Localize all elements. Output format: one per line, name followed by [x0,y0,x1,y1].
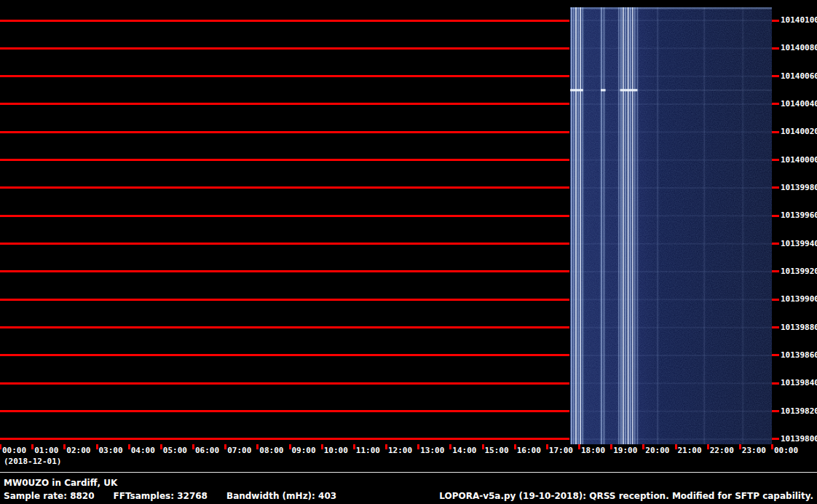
date-label: (2018-12-01) [4,457,61,466]
time-axis-label: 08:00 [259,446,283,455]
time-axis-tick [63,444,66,449]
time-axis-label: 16:00 [517,446,541,455]
footer-divider [0,472,817,473]
time-axis-tick [546,444,548,449]
time-axis-tick [224,444,226,449]
freq-gridline [0,103,569,105]
software-credit: LOPORA-v5a.py (19-10-2018): QRSS recepti… [439,491,813,501]
time-axis-tick [771,444,773,449]
freq-axis-label: 10140000 [781,155,817,165]
freq-axis-tick [772,354,779,356]
freq-axis-tick [772,215,779,217]
time-axis-label: 09:00 [292,446,316,455]
time-axis-label: 01:00 [34,446,58,455]
freq-gridline [0,270,569,272]
time-axis-tick [514,444,516,449]
time-axis-label: 07:00 [227,446,251,455]
time-axis-tick [256,444,258,449]
station-info: MW0UZO in Cardiff, UK [4,478,117,488]
freq-gridline [0,47,569,50]
bandwidth-label: Bandwidth (mHz): 403 [226,491,336,501]
time-axis-label: 12:00 [388,446,412,455]
time-axis-label: 00:00 [2,446,26,455]
freq-axis-label: 10139800 [781,434,817,444]
freq-axis-tick [772,243,779,245]
time-axis-label: 03:00 [99,446,123,455]
freq-axis-tick [772,20,779,22]
freq-gridline [0,75,569,77]
freq-gridline [0,438,569,440]
time-axis-label: 19:00 [613,446,637,455]
qrss-grabber-screen: 1014010010140080101400601014004010140020… [0,0,817,504]
time-axis-label: 20:00 [645,446,669,455]
freq-gridline [0,20,569,22]
freq-axis-tick [772,47,779,50]
time-axis-label: 17:00 [549,446,573,455]
freq-gridline [0,243,569,245]
freq-axis-tick [772,131,779,133]
freq-axis-label: 10140100 [781,15,817,25]
sample-rate-label: Sample rate: 8820 [4,491,95,501]
time-axis-label: 22:00 [710,446,734,455]
time-axis-tick [578,444,580,449]
freq-axis-tick [772,186,779,189]
capture-settings: Sample rate: 8820FFTsamples: 32768Bandwi… [4,491,355,501]
freq-axis-tick [772,410,779,412]
freq-axis-tick [772,103,779,105]
freq-axis-label: 10139940 [781,239,817,248]
spectrogram-plot-area: 1014010010140080101400601014004010140020… [0,0,817,459]
time-axis-label: 05:00 [163,446,187,455]
time-axis-tick [675,444,677,449]
time-axis-label: 02:00 [66,446,90,455]
freq-axis-label: 10139900 [781,294,817,304]
time-axis-label: 11:00 [356,446,380,455]
time-axis-tick [192,444,194,449]
spectrogram-waterfall [570,7,772,444]
time-axis-tick [321,444,323,449]
freq-axis-tick [772,382,779,385]
time-axis-tick [289,444,291,449]
time-axis-label: 18:00 [581,446,605,455]
time-axis-tick [31,444,33,449]
time-axis-label: 23:00 [742,446,766,455]
freq-axis-label: 10139980 [781,183,817,192]
freq-axis-label: 10139820 [781,406,817,416]
time-axis-label: 10:00 [324,446,348,455]
freq-gridline [0,410,569,412]
time-axis-tick [739,444,741,449]
time-axis-label: 00:00 [774,446,798,455]
freq-axis-tick [772,75,779,77]
freq-axis-label: 10140040 [781,99,817,109]
freq-axis-label: 10140020 [781,127,817,136]
freq-axis-label: 10139840 [781,378,817,387]
freq-axis-tick [772,159,779,161]
freq-axis-tick [772,299,779,301]
time-axis-tick [0,444,1,449]
time-axis-label: 04:00 [131,446,155,455]
freq-gridline [0,382,569,385]
freq-gridline [0,131,569,133]
time-axis-label: 14:00 [452,446,476,455]
time-axis-label: 21:00 [678,446,702,455]
time-axis-tick [642,444,644,449]
time-axis-tick [160,444,162,449]
time-axis-tick [707,444,709,449]
freq-gridline [0,326,569,328]
freq-axis-tick [772,326,779,328]
time-axis-tick [96,444,98,449]
freq-axis-label: 10139960 [781,210,817,220]
freq-axis-label: 10140080 [781,43,817,52]
freq-axis-tick [772,438,779,440]
time-axis-tick [417,444,419,449]
freq-gridline [0,299,569,301]
time-axis-tick [385,444,387,449]
freq-gridline [0,159,569,161]
time-axis-label: 06:00 [195,446,219,455]
fft-samples-label: FFTsamples: 32768 [114,491,208,501]
freq-axis-label: 10139920 [781,267,817,276]
time-axis-tick [610,444,612,449]
freq-axis-label: 10139880 [781,323,817,332]
freq-axis-label: 10139860 [781,350,817,360]
freq-gridline [0,186,569,189]
time-axis-tick [353,444,355,449]
